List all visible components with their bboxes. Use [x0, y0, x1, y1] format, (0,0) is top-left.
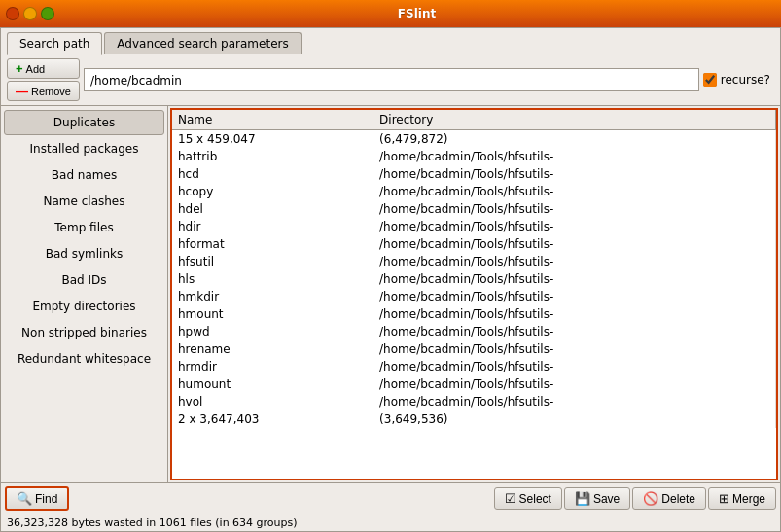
- tab-advanced[interactable]: Advanced search parameters: [104, 32, 301, 54]
- sidebar-item-installed-packages[interactable]: Installed packages: [4, 136, 164, 161]
- select-label: Select: [519, 492, 551, 506]
- save-icon: 💾: [575, 491, 590, 506]
- cell-directory: /home/bcadmin/Tools/hfsutils-: [373, 340, 776, 358]
- table-row[interactable]: hmkdir/home/bcadmin/Tools/hfsutils-: [172, 288, 776, 305]
- cell-directory: /home/bcadmin/Tools/hfsutils-: [373, 323, 776, 340]
- select-icon: ☑: [505, 491, 516, 506]
- data-area: Name Directory 15 x 459,047(6,479,872)ha…: [168, 106, 780, 482]
- table-row[interactable]: 2 x 3,647,403(3,649,536): [172, 410, 776, 428]
- sidebar-item-bad-symlinks[interactable]: Bad symlinks: [4, 241, 164, 266]
- table-row[interactable]: hdel/home/bcadmin/Tools/hfsutils-: [172, 200, 776, 218]
- sidebar-item-name-clashes[interactable]: Name clashes: [4, 189, 164, 214]
- cell-directory: /home/bcadmin/Tools/hfsutils-: [373, 183, 776, 200]
- sidebar: Duplicates Installed packages Bad names …: [1, 106, 168, 482]
- find-button[interactable]: 🔍 Find: [5, 486, 69, 511]
- window-body: Search path Advanced search parameters +…: [0, 27, 781, 532]
- select-button[interactable]: ☑ Select: [494, 487, 562, 510]
- cell-name: hpwd: [172, 323, 373, 340]
- cell-name: hmount: [172, 305, 373, 323]
- cell-name: hrename: [172, 340, 373, 358]
- status-bar: 36,323,328 bytes wasted in 1061 files (i…: [1, 514, 780, 531]
- recurse-area: recurse?: [703, 73, 774, 87]
- find-icon: 🔍: [17, 491, 32, 506]
- tab-bar: Search path Advanced search parameters: [1, 28, 780, 54]
- cell-name: hvol: [172, 393, 373, 410]
- table-row[interactable]: hformat/home/bcadmin/Tools/hfsutils-: [172, 235, 776, 253]
- recurse-label: recurse?: [721, 73, 770, 87]
- cell-directory: /home/bcadmin/Tools/hfsutils-: [373, 305, 776, 323]
- status-text: 36,323,328 bytes wasted in 1061 files (i…: [7, 516, 298, 529]
- title-bar: × – □ FSlint: [0, 0, 781, 27]
- table-row[interactable]: humount/home/bcadmin/Tools/hfsutils-: [172, 375, 776, 393]
- cell-name: hdir: [172, 218, 373, 235]
- cell-directory: /home/bcadmin/Tools/hfsutils-: [373, 235, 776, 253]
- plus-icon: +: [16, 61, 23, 76]
- cell-name: hls: [172, 270, 373, 288]
- cell-name: hcd: [172, 165, 373, 183]
- cell-directory: /home/bcadmin/Tools/hfsutils-: [373, 165, 776, 183]
- cell-directory: /home/bcadmin/Tools/hfsutils-: [373, 218, 776, 235]
- tab-search-path[interactable]: Search path: [7, 32, 102, 55]
- cell-directory: /home/bcadmin/Tools/hfsutils-: [373, 200, 776, 218]
- sidebar-item-empty-directories[interactable]: Empty directories: [4, 294, 164, 319]
- cell-name: humount: [172, 375, 373, 393]
- cell-directory: /home/bcadmin/Tools/hfsutils-: [373, 358, 776, 375]
- minimize-button[interactable]: –: [23, 7, 37, 20]
- cell-name: 15 x 459,047: [172, 130, 373, 149]
- merge-button[interactable]: ⊞ Merge: [708, 487, 776, 510]
- table-row[interactable]: hattrib/home/bcadmin/Tools/hfsutils-: [172, 148, 776, 165]
- minus-icon: —: [16, 84, 28, 98]
- table-row[interactable]: hrmdir/home/bcadmin/Tools/hfsutils-: [172, 358, 776, 375]
- table-row[interactable]: hfsutil/home/bcadmin/Tools/hfsutils-: [172, 253, 776, 270]
- col-name[interactable]: Name: [172, 110, 373, 130]
- table-row[interactable]: hcd/home/bcadmin/Tools/hfsutils-: [172, 165, 776, 183]
- sidebar-item-non-stripped-binaries[interactable]: Non stripped binaries: [4, 320, 164, 345]
- maximize-button[interactable]: □: [41, 7, 54, 20]
- cell-name: hdel: [172, 200, 373, 218]
- data-table: Name Directory 15 x 459,047(6,479,872)ha…: [172, 110, 776, 428]
- close-button[interactable]: ×: [6, 7, 19, 20]
- table-row[interactable]: hdir/home/bcadmin/Tools/hfsutils-: [172, 218, 776, 235]
- content-area: Duplicates Installed packages Bad names …: [1, 106, 780, 482]
- add-button[interactable]: + Add: [7, 58, 80, 79]
- data-table-container[interactable]: Name Directory 15 x 459,047(6,479,872)ha…: [170, 108, 778, 480]
- sidebar-item-duplicates[interactable]: Duplicates: [4, 110, 164, 135]
- find-label: Find: [35, 492, 57, 506]
- delete-button[interactable]: 🚫 Delete: [632, 487, 706, 510]
- cell-directory: /home/bcadmin/Tools/hfsutils-: [373, 375, 776, 393]
- delete-label: Delete: [661, 492, 695, 506]
- add-label: Add: [26, 63, 46, 75]
- cell-directory: /home/bcadmin/Tools/hfsutils-: [373, 253, 776, 270]
- table-row[interactable]: 15 x 459,047(6,479,872): [172, 130, 776, 149]
- sidebar-item-bad-ids[interactable]: Bad IDs: [4, 267, 164, 293]
- cell-name: hformat: [172, 235, 373, 253]
- cell-directory: /home/bcadmin/Tools/hfsutils-: [373, 148, 776, 165]
- cell-name: hmkdir: [172, 288, 373, 305]
- cell-name: 2 x 3,647,403: [172, 410, 373, 428]
- action-bar: 🔍 Find ☑ Select 💾 Save 🚫 Delete ⊞ Merge: [1, 482, 780, 514]
- cell-name: hfsutil: [172, 253, 373, 270]
- remove-button[interactable]: — Remove: [7, 81, 80, 101]
- cell-directory: /home/bcadmin/Tools/hfsutils-: [373, 270, 776, 288]
- cell-directory: (3,649,536): [373, 410, 776, 428]
- sidebar-item-redundant-whitespace[interactable]: Redundant whitespace: [4, 346, 164, 372]
- table-row[interactable]: hmount/home/bcadmin/Tools/hfsutils-: [172, 305, 776, 323]
- merge-label: Merge: [732, 492, 765, 506]
- sidebar-item-bad-names[interactable]: Bad names: [4, 162, 164, 188]
- path-display: /home/bcadmin: [84, 68, 699, 91]
- delete-icon: 🚫: [643, 491, 658, 506]
- cell-name: hcopy: [172, 183, 373, 200]
- recurse-checkbox[interactable]: [703, 73, 717, 87]
- cell-directory: (6,479,872): [373, 130, 776, 149]
- save-button[interactable]: 💾 Save: [564, 487, 630, 510]
- sidebar-item-temp-files[interactable]: Temp files: [4, 215, 164, 240]
- table-row[interactable]: hrename/home/bcadmin/Tools/hfsutils-: [172, 340, 776, 358]
- cell-directory: /home/bcadmin/Tools/hfsutils-: [373, 288, 776, 305]
- merge-icon: ⊞: [719, 491, 729, 506]
- table-row[interactable]: hcopy/home/bcadmin/Tools/hfsutils-: [172, 183, 776, 200]
- search-path-bar: + Add — Remove /home/bcadmin recurse?: [1, 54, 780, 106]
- col-directory[interactable]: Directory: [373, 110, 776, 130]
- table-row[interactable]: hpwd/home/bcadmin/Tools/hfsutils-: [172, 323, 776, 340]
- table-row[interactable]: hvol/home/bcadmin/Tools/hfsutils-: [172, 393, 776, 410]
- table-row[interactable]: hls/home/bcadmin/Tools/hfsutils-: [172, 270, 776, 288]
